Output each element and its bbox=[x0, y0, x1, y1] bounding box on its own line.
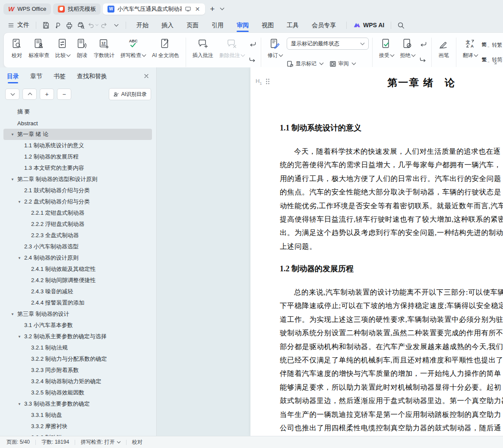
previous-change-icon[interactable] bbox=[419, 41, 427, 48]
toc-item[interactable]: ▼3.3 制动器主要参数的确定 bbox=[3, 398, 152, 410]
redo-button[interactable] bbox=[98, 19, 110, 31]
collapse-triangle-icon[interactable]: ▼ bbox=[18, 256, 24, 260]
word-count-button[interactable]: 12 字数统计 bbox=[91, 35, 117, 70]
ribbon-collapse-icon[interactable] bbox=[493, 60, 497, 65]
read-aloud-button[interactable]: 朗读 bbox=[73, 35, 91, 70]
toc-item[interactable]: 3.2.1 制动法规 bbox=[3, 342, 152, 353]
toc-item[interactable]: 1.1 制动系统设计的意义 bbox=[3, 140, 152, 151]
accept-button[interactable]: 接受 bbox=[376, 35, 397, 70]
toc-item[interactable]: 3.2.4 制动器制动力矩的确定 bbox=[3, 376, 152, 387]
menu-review[interactable]: 审阅 bbox=[230, 16, 255, 34]
to-traditional-button[interactable]: 简→ 转繁 bbox=[482, 41, 503, 49]
expand-all-button[interactable] bbox=[5, 89, 19, 100]
toc-item[interactable]: Abstract bbox=[3, 118, 152, 129]
word-count-indicator[interactable]: 字数: 18194 bbox=[41, 438, 69, 446]
divider bbox=[346, 22, 347, 29]
reject-button[interactable]: 拒绝 bbox=[397, 35, 418, 70]
spellcheck-status[interactable]: 拼写检查: 打开 bbox=[81, 438, 120, 446]
print-button[interactable] bbox=[63, 19, 75, 31]
toc-item-selected[interactable]: ▼第一章 绪 论 bbox=[3, 129, 152, 140]
menu-page[interactable]: 页面 bbox=[180, 16, 205, 34]
spell-check-button[interactable]: ABC 拼写检查 bbox=[117, 35, 149, 70]
collapse-triangle-icon[interactable]: ▼ bbox=[11, 133, 17, 137]
tab-document[interactable]: W 小汽车气压通风盘式制动器的 ✕ bbox=[103, 3, 205, 15]
translate-button[interactable]: 文 A 翻译 bbox=[460, 35, 481, 70]
quick-toolbar-chevron[interactable] bbox=[110, 19, 122, 31]
toc-item[interactable]: 1.2 制动器的发展历程 bbox=[3, 151, 152, 162]
toc-item[interactable]: 2.4.3 噪音的减轻 bbox=[3, 286, 152, 297]
print-preview-button[interactable] bbox=[75, 19, 87, 31]
toc-item[interactable]: 3.3.2 摩擦衬块 bbox=[3, 421, 152, 432]
delete-comment-button[interactable]: 删除批注 bbox=[216, 35, 248, 70]
collapse-triangle-icon[interactable]: ▼ bbox=[11, 178, 17, 181]
tab-bookmarks[interactable]: 书签 bbox=[54, 67, 66, 85]
standard-review-button[interactable]: 标准审查 bbox=[25, 35, 52, 70]
tab-chapters[interactable]: 章节 bbox=[30, 67, 42, 85]
proofread-button[interactable]: 校对 bbox=[8, 35, 25, 70]
menu-tools[interactable]: 工具 bbox=[280, 16, 305, 34]
brush-button[interactable]: 画笔 bbox=[435, 35, 452, 70]
tab-contents[interactable]: 目录 bbox=[7, 67, 19, 85]
tab-list-chevron-icon[interactable] bbox=[220, 6, 225, 10]
toc-item[interactable]: 2.4.2 制动间隙调整便捷性 bbox=[3, 275, 152, 286]
toc-item[interactable]: ▼3.2 制动系主要参数的确定与选择 bbox=[3, 331, 152, 342]
ai-recognize-toc-button[interactable]: AI识别目录 bbox=[109, 88, 151, 100]
track-changes-button[interactable]: 修订 bbox=[265, 35, 286, 70]
menu-view[interactable]: 视图 bbox=[255, 16, 280, 34]
toc-item[interactable]: ▼第三章 制动器的设计 bbox=[3, 308, 152, 320]
save-button[interactable] bbox=[40, 19, 52, 31]
collapse-triangle-icon[interactable]: ▼ bbox=[11, 312, 17, 316]
toc-item[interactable]: 2.2.2 浮钳盘式制动器 bbox=[3, 219, 152, 230]
to-simplified-button[interactable]: 繁→ 转简 bbox=[482, 56, 503, 64]
toc-item[interactable]: 3.2.5 制动器效能因数 bbox=[3, 387, 152, 398]
next-comment-icon[interactable] bbox=[249, 57, 256, 64]
tab-find-replace[interactable]: 查找和替换 bbox=[77, 67, 107, 85]
search-button[interactable] bbox=[395, 19, 407, 31]
menu-home[interactable]: 开始 bbox=[130, 16, 155, 34]
tab-wps-office[interactable]: W WPS Office bbox=[3, 3, 51, 15]
new-tab-button[interactable]: + bbox=[207, 4, 217, 14]
compare-button[interactable]: 比较 bbox=[52, 35, 73, 70]
toc-item[interactable]: 3.2.3 同步附着系数 bbox=[3, 365, 152, 376]
show-markup-button[interactable]: 显示标记 bbox=[287, 60, 323, 67]
toc-item[interactable]: 3.2.2 制动力与分配系数的确定 bbox=[3, 353, 152, 365]
wps-ai-button[interactable]: WPS AI bbox=[351, 22, 387, 29]
next-change-icon[interactable] bbox=[419, 57, 427, 64]
proofread-status[interactable]: 校对 bbox=[132, 438, 142, 446]
close-tab-icon[interactable]: ✕ bbox=[194, 6, 200, 13]
toc-item[interactable]: 2.4.1 制动效能及其稳定性 bbox=[3, 264, 152, 275]
zoom-in-toc-button[interactable]: + bbox=[40, 89, 54, 100]
zoom-out-toc-button[interactable]: − bbox=[57, 89, 71, 100]
toc-item[interactable]: ▼第二章 制动器的选型和设计原则 bbox=[3, 174, 152, 185]
toc-item[interactable]: 摘 要 bbox=[3, 106, 152, 118]
close-pane-icon[interactable] bbox=[143, 73, 149, 79]
toc-item[interactable]: 2.2.3 全盘式制动器 bbox=[3, 230, 152, 241]
collapse-triangle-icon[interactable]: ▼ bbox=[18, 402, 24, 406]
toc-item[interactable]: 2.1 鼓式制动器介绍与分类 bbox=[3, 185, 152, 196]
undo-button[interactable] bbox=[87, 19, 98, 31]
file-menu-button[interactable]: 文件 bbox=[5, 21, 32, 29]
ai-polish-button[interactable]: AI 全文润色 bbox=[149, 35, 182, 70]
menu-insert[interactable]: 插入 bbox=[155, 16, 180, 34]
tab-docer-templates[interactable]: 找稻壳模板 bbox=[53, 3, 101, 15]
collapse-all-button[interactable] bbox=[22, 89, 37, 100]
collapse-triangle-icon[interactable]: ▼ bbox=[18, 200, 24, 204]
toc-item[interactable]: ▼2.2 盘式制动器介绍与分类 bbox=[3, 196, 152, 207]
toc-item[interactable]: 2.3 小汽车制动器选型 bbox=[3, 241, 152, 252]
insert-comment-button[interactable]: 插入批注 bbox=[190, 35, 216, 70]
menu-reference[interactable]: 引用 bbox=[205, 16, 230, 34]
toc-item[interactable]: 2.2.1 定钳盘式制动器 bbox=[3, 207, 152, 219]
export-pdf-button[interactable] bbox=[52, 19, 63, 31]
toc-item[interactable]: 1.3 本文研究的主要内容 bbox=[3, 162, 152, 174]
toc-item[interactable]: 3.1 小汽车基本参数 bbox=[3, 320, 152, 331]
document-page[interactable]: H1 第一章 绪 论 1.1 制动系统设计的意义 今天，随着科学技术的快速发展，… bbox=[250, 67, 503, 436]
previous-comment-icon[interactable] bbox=[249, 41, 256, 48]
collapse-triangle-icon[interactable]: ▼ bbox=[18, 335, 24, 339]
toc-item[interactable]: ▼2.4 制动器的设计原则 bbox=[3, 252, 152, 264]
review-mode-button[interactable]: 审阅 bbox=[329, 60, 356, 67]
toc-item[interactable]: 2.4.4 报警装置的添加 bbox=[3, 297, 152, 308]
markup-state-select[interactable]: 显示标记的最终状态 bbox=[287, 38, 369, 50]
menu-membership[interactable]: 会员专享 bbox=[305, 16, 342, 34]
page-indicator[interactable]: 页面: 5/40 bbox=[6, 438, 30, 446]
toc-item[interactable]: 3.3.1 制动盘 bbox=[3, 410, 152, 421]
